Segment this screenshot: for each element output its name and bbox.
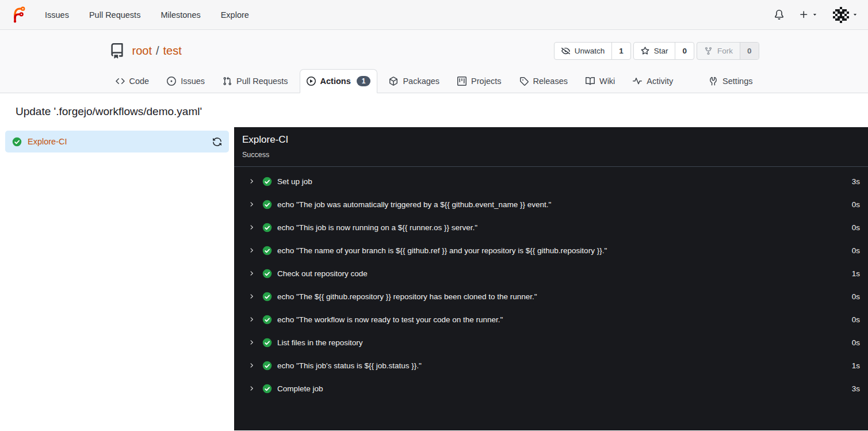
- create-new-dropdown[interactable]: [799, 10, 818, 20]
- notifications-button[interactable]: [774, 10, 784, 20]
- plus-icon: [799, 10, 809, 20]
- step-row-6[interactable]: echo "The workflow is now ready to test …: [234, 308, 868, 331]
- step-row-2[interactable]: echo "This job is now running on a ${{ r…: [234, 216, 868, 239]
- step-row-4[interactable]: Check out repository code 1s: [234, 262, 868, 285]
- chevron-right-icon: [248, 247, 255, 254]
- step-duration: 0s: [852, 246, 860, 255]
- repo-owner-link[interactable]: root: [132, 44, 152, 58]
- chevron-down-icon: [812, 12, 818, 18]
- star-button[interactable]: Star: [634, 43, 675, 59]
- tab-activity[interactable]: Activity: [626, 69, 679, 93]
- step-row-1[interactable]: echo "The job was automatically triggere…: [234, 193, 868, 216]
- job-log-header: Explore-CI Success: [234, 127, 868, 167]
- top-navbar: Issues Pull Requests Milestones Explore: [0, 0, 868, 30]
- star-icon: [641, 47, 649, 55]
- star-button-group: Star 0: [633, 42, 694, 60]
- step-duration: 0s: [852, 292, 860, 301]
- unwatch-button[interactable]: Unwatch: [555, 43, 612, 59]
- tab-label: Code: [129, 77, 150, 86]
- watchers-count[interactable]: 1: [611, 43, 630, 59]
- main-nav: Issues Pull Requests Milestones Explore: [45, 10, 249, 20]
- success-check-icon: [262, 177, 272, 186]
- success-check-icon: [262, 200, 272, 209]
- step-name: echo "The job was automatically triggere…: [277, 200, 551, 209]
- user-menu-dropdown[interactable]: [833, 7, 858, 23]
- chevron-right-icon: [248, 339, 255, 346]
- rerun-sync-icon[interactable]: [212, 137, 222, 147]
- tab-releases[interactable]: Releases: [513, 69, 574, 93]
- chevron-down-icon: [852, 12, 858, 18]
- navbar-right: [774, 7, 858, 23]
- chevron-right-icon: [248, 316, 255, 323]
- tab-label: Activity: [647, 77, 673, 86]
- job-steps-list: Set up job 3s echo "The job was automati…: [234, 167, 868, 400]
- tab-label: Releases: [533, 77, 568, 86]
- repo-title-row: root / test Unwatch 1 Star 0: [109, 30, 759, 62]
- job-name: Explore-CI: [28, 137, 67, 146]
- success-check-icon: [262, 315, 272, 325]
- job-log-title: Explore-CI: [242, 134, 860, 146]
- tag-icon: [519, 77, 529, 86]
- forks-count[interactable]: 0: [740, 43, 759, 59]
- code-icon: [116, 77, 125, 86]
- chevron-right-icon: [248, 224, 255, 231]
- nav-explore[interactable]: Explore: [221, 10, 249, 20]
- tab-packages[interactable]: Packages: [383, 69, 446, 93]
- package-icon: [389, 77, 398, 86]
- tab-settings[interactable]: Settings: [702, 69, 759, 93]
- step-row-0[interactable]: Set up job 3s: [234, 170, 868, 193]
- success-check-icon: [262, 292, 272, 302]
- eye-off-icon: [561, 47, 570, 55]
- fork-label: Fork: [717, 47, 733, 55]
- step-name: echo "The ${{ github.repository }} repos…: [277, 292, 537, 301]
- tab-label: Projects: [471, 77, 501, 86]
- tools-icon: [709, 77, 718, 86]
- nav-issues[interactable]: Issues: [45, 10, 69, 20]
- step-duration: 1s: [852, 269, 860, 278]
- step-name: echo "The workflow is now ready to test …: [277, 315, 503, 324]
- nav-pull-requests[interactable]: Pull Requests: [89, 10, 140, 20]
- job-list-item-explore-ci[interactable]: Explore-CI: [5, 131, 229, 152]
- step-name: List files in the repository: [277, 338, 363, 347]
- tab-actions[interactable]: Actions 1: [300, 69, 378, 93]
- chevron-right-icon: [248, 293, 255, 300]
- unwatch-label: Unwatch: [575, 47, 605, 55]
- repo-tabs: Code Issues Pull Requests Actions 1 Pack…: [109, 69, 759, 93]
- step-name: Set up job: [277, 177, 312, 186]
- tab-pull-requests[interactable]: Pull Requests: [216, 69, 294, 93]
- stars-count[interactable]: 0: [675, 43, 694, 59]
- fork-button: Fork: [697, 43, 740, 59]
- step-row-9[interactable]: Complete job 3s: [234, 377, 868, 400]
- nav-milestones[interactable]: Milestones: [160, 10, 200, 20]
- success-check-icon: [262, 338, 272, 348]
- step-row-5[interactable]: echo "The ${{ github.repository }} repos…: [234, 285, 868, 308]
- pulse-icon: [633, 77, 642, 86]
- fork-button-group: Fork 0: [697, 42, 759, 60]
- step-name: echo "This job is now running on a ${{ r…: [277, 223, 477, 232]
- actions-run-view: Update '.forgejo/workflows/demo.yaml' Ex…: [0, 93, 868, 430]
- tab-label: Wiki: [599, 77, 615, 86]
- book-icon: [586, 77, 595, 86]
- step-duration: 0s: [852, 223, 860, 232]
- step-row-7[interactable]: List files in the repository 0s: [234, 331, 868, 354]
- tab-projects[interactable]: Projects: [451, 69, 507, 93]
- step-row-3[interactable]: echo "The name of your branch is ${{ git…: [234, 239, 868, 262]
- tab-issues[interactable]: Issues: [160, 69, 211, 93]
- step-name: Check out repository code: [277, 269, 368, 278]
- tab-label: Packages: [403, 77, 439, 86]
- success-check-icon: [262, 384, 272, 394]
- repo-book-icon: [109, 43, 125, 59]
- forgejo-logo[interactable]: [10, 6, 28, 24]
- step-duration: 3s: [852, 384, 860, 393]
- success-check-icon: [262, 246, 272, 255]
- fork-icon: [704, 47, 713, 55]
- step-name: echo "The name of your branch is ${{ git…: [277, 246, 607, 255]
- unwatch-button-group: Unwatch 1: [554, 42, 631, 60]
- tab-wiki[interactable]: Wiki: [579, 69, 621, 93]
- repo-name-link[interactable]: test: [163, 44, 182, 58]
- repo-breadcrumb: root / test: [132, 44, 182, 58]
- step-row-8[interactable]: echo "This job's status is ${{ job.statu…: [234, 354, 868, 377]
- job-status-text: Success: [242, 151, 860, 159]
- tab-label: Settings: [722, 77, 752, 86]
- tab-code[interactable]: Code: [109, 69, 156, 93]
